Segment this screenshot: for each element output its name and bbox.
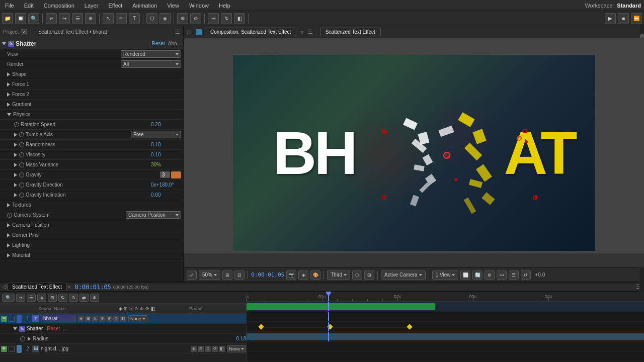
randomness-expand[interactable] xyxy=(14,143,17,147)
draft-btn[interactable]: ◈ xyxy=(298,270,308,280)
toolbar-btn-12[interactable]: ⇥ xyxy=(208,13,219,24)
mass-variance-stopwatch[interactable] xyxy=(19,162,24,167)
gravity-value[interactable]: 3 xyxy=(160,171,170,178)
force1-expand-btn[interactable] xyxy=(7,82,10,86)
zoom-dropdown[interactable]: 50% xyxy=(199,270,220,280)
reset-btn[interactable]: Reset xyxy=(152,41,165,46)
menu-item-effect[interactable]: Effect xyxy=(106,2,124,10)
channel-btn[interactable]: ☰ xyxy=(509,270,519,280)
force2-expand-btn[interactable] xyxy=(7,93,10,97)
layer-1-solo[interactable] xyxy=(9,316,15,322)
panel-menu-btn[interactable]: ☰ xyxy=(175,29,180,35)
view-expand-btn[interactable]: ⤢ xyxy=(187,270,197,280)
comp-close[interactable]: × xyxy=(300,29,303,35)
layer-2-parent[interactable]: None xyxy=(227,345,246,352)
color-btn[interactable]: 🎨 xyxy=(310,270,320,280)
camera-system-stopwatch[interactable] xyxy=(7,213,12,218)
play-btn[interactable]: ▶ xyxy=(605,13,616,24)
workspace-value[interactable]: Standard xyxy=(617,3,641,9)
select-tool[interactable]: ↖ xyxy=(103,13,114,24)
menu-item-window[interactable]: Window xyxy=(187,2,211,10)
gravity-direction-value[interactable]: 0x+180.0° xyxy=(151,182,181,188)
gravity-color-swatch[interactable] xyxy=(171,171,181,178)
comp-title[interactable]: Composition: Scatterized Text Effect xyxy=(205,28,296,36)
toolbar-btn-6[interactable]: ☰ xyxy=(72,13,83,24)
tl-tool-5[interactable]: ↻ xyxy=(58,294,67,302)
gravity-expand[interactable] xyxy=(14,173,17,177)
gravity-dir-expand[interactable] xyxy=(14,183,17,187)
lc-icon-4[interactable]: ⊙ xyxy=(99,316,105,322)
layout-dropdown[interactable]: 1 View xyxy=(432,270,459,280)
radius-expand[interactable] xyxy=(28,337,31,341)
physics-expand-btn[interactable] xyxy=(7,113,11,116)
shatter-dots[interactable]: ... xyxy=(63,326,67,331)
lc2-icon-1[interactable]: ◈ xyxy=(191,346,197,352)
layer-1-bar[interactable] xyxy=(247,303,435,310)
grid2-btn[interactable]: ⊞ xyxy=(364,270,374,280)
gravity-incl-expand[interactable] xyxy=(14,193,17,197)
about-btn[interactable]: Abo... xyxy=(168,41,181,46)
menu-item-layer[interactable]: Layer xyxy=(83,2,101,10)
text-tool[interactable]: T xyxy=(129,13,140,24)
ruler-playhead[interactable] xyxy=(328,292,329,301)
lc-icon-7[interactable]: ◧ xyxy=(120,316,126,322)
lc2-icon-4[interactable]: ⟳ xyxy=(212,346,218,352)
flow-btn[interactable]: ⊶ xyxy=(497,270,507,280)
tumble-axis-dropdown[interactable]: Free xyxy=(131,131,181,138)
shatter-expand[interactable] xyxy=(13,327,17,330)
rotation-speed-value[interactable]: 0.20 xyxy=(151,122,181,127)
rotation-speed-stopwatch[interactable] xyxy=(14,122,19,127)
composition-canvas[interactable]: BH AT xyxy=(233,55,595,251)
menu-item-edit[interactable]: Edit xyxy=(22,2,36,10)
tl-tab[interactable]: Scatterized Text Effect xyxy=(8,283,66,291)
viscosity-expand[interactable] xyxy=(14,153,17,157)
layer-1-parent[interactable]: None xyxy=(128,315,147,322)
material-expand[interactable] xyxy=(7,253,10,257)
layer-2-bar[interactable] xyxy=(247,333,644,340)
layer-2-row[interactable]: 👁 2 🖼 night-d....jpg ◈ ⊞ ⊙ ⟳ ◧ None xyxy=(0,344,246,354)
keyframe-radius-3[interactable] xyxy=(407,324,412,329)
gravity-incl-stopwatch[interactable] xyxy=(19,193,24,198)
tl-tool-6[interactable]: ⊙ xyxy=(69,294,78,302)
effect-collapse-btn[interactable] xyxy=(2,42,6,45)
textures-expand[interactable] xyxy=(7,203,10,207)
gravity-dir-stopwatch[interactable] xyxy=(19,183,24,188)
search-box[interactable]: 🔍 xyxy=(2,294,15,302)
panel-close-btn[interactable]: × xyxy=(21,29,27,35)
radius-value[interactable]: 0.18 xyxy=(236,336,246,341)
lighting-expand[interactable] xyxy=(7,243,10,247)
pen-tool[interactable]: ✏ xyxy=(116,13,127,24)
view-dropdown[interactable]: Rendered xyxy=(121,50,181,58)
viscosity-stopwatch[interactable] xyxy=(19,152,24,157)
tl-tool-1[interactable]: ⇥ xyxy=(16,294,25,302)
tl-tool-7[interactable]: ⇌ xyxy=(79,294,89,302)
comp-tab-main[interactable]: Scatterized Text Effect xyxy=(320,28,381,36)
gravity-inclination-value[interactable]: 0.00 xyxy=(151,192,181,198)
layer-1-row[interactable]: 👁 1 T bharat ◈ ⊞ fx ⊙ ⊕ ⟳ ◧ None xyxy=(0,314,246,324)
lc2-icon-2[interactable]: ⊞ xyxy=(198,346,204,352)
toolbar-btn-14[interactable]: ◧ xyxy=(234,13,245,24)
tl-tool-4[interactable]: ⊞ xyxy=(48,294,57,302)
toolbar-btn-2[interactable]: 🔲 xyxy=(15,13,26,24)
view-mode-dropdown[interactable]: Third xyxy=(327,270,350,280)
radius-stopwatch[interactable] xyxy=(20,336,25,341)
layer-1-visibility[interactable]: 👁 xyxy=(1,316,7,322)
sync-btn[interactable]: ⊛ xyxy=(485,270,495,280)
toolbar-btn-11[interactable]: ⊙ xyxy=(190,13,201,24)
3d-view-btn[interactable]: ⬡ xyxy=(352,270,362,280)
randomness-stopwatch[interactable] xyxy=(19,142,24,147)
tl-tool-2[interactable]: ☰ xyxy=(27,294,36,302)
menu-item-help[interactable]: Help xyxy=(217,2,232,10)
rampreview-btn[interactable]: ⏩ xyxy=(631,13,642,24)
toolbar-btn-3[interactable]: 🔍 xyxy=(28,13,39,24)
camera-pos-expand[interactable] xyxy=(7,223,10,227)
layer-2-visibility[interactable]: 👁 xyxy=(1,346,7,352)
shatter-reset-btn[interactable]: Reset xyxy=(47,326,60,331)
tl-time[interactable]: 0:00:01:05 xyxy=(75,284,111,291)
safe-zones-btn[interactable]: ⊟ xyxy=(234,270,245,280)
shape-expand-btn[interactable] xyxy=(7,72,10,76)
toolbar-btn-4[interactable]: ↩ xyxy=(46,13,57,24)
comp-menu[interactable]: ☰ xyxy=(308,29,313,35)
toolbar-btn-9[interactable]: ◈ xyxy=(159,13,171,24)
menu-item-file[interactable]: File xyxy=(3,2,16,10)
